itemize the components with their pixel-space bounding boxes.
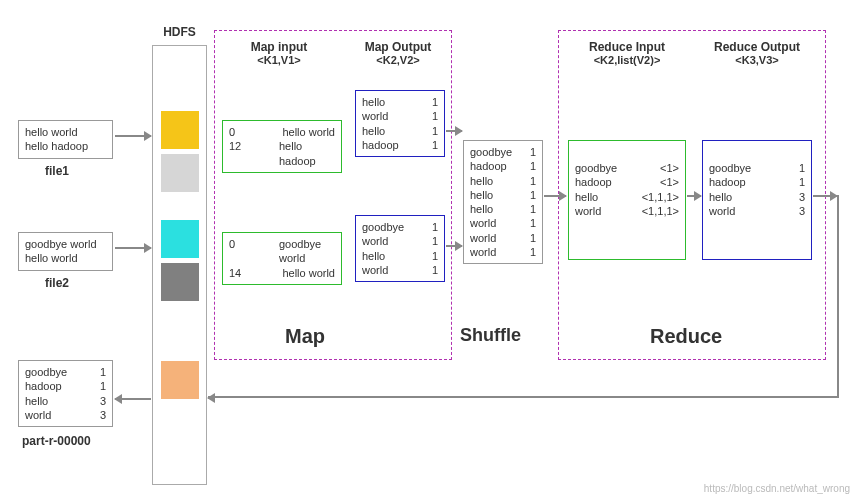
map-input-title: Map input: [225, 40, 333, 54]
shuffle-row: world1: [470, 216, 536, 230]
map-out-row: world1: [362, 234, 438, 248]
reduce-output-sub: <K3,V3>: [702, 54, 812, 66]
map-input-header: Map input <K1,V1>: [225, 40, 333, 66]
map-output-title: Map Output: [353, 40, 443, 54]
shuffle-row: world1: [470, 245, 536, 259]
arrow-icon: [115, 135, 151, 137]
output-row: world3: [25, 408, 106, 422]
map-in-row: 12hello hadoop: [229, 139, 335, 168]
reduce-output-title: Reduce Output: [702, 40, 812, 54]
map-output-1: hello1 world1 hello1 hadoop1: [355, 90, 445, 157]
map-out-row: hello1: [362, 124, 438, 138]
arrow-icon: [115, 398, 151, 400]
reduce-input-box: goodbye<1> hadoop<1> hello<1,1,1> world<…: [568, 140, 686, 260]
map-container: [214, 30, 452, 360]
reduce-out-row: goodbye1: [709, 161, 805, 175]
reduce-input-header: Reduce Input <K2,list(V2)>: [572, 40, 682, 66]
watermark: https://blog.csdn.net/what_wrong: [704, 483, 850, 494]
file1-box: hello world hello hadoop: [18, 120, 113, 159]
arrow-icon: [544, 195, 566, 197]
map-output-sub: <K2,V2>: [353, 54, 443, 66]
hdfs-block-2: [161, 154, 199, 192]
map-output-header: Map Output <K2,V2>: [353, 40, 443, 66]
reduce-out-row: hadoop1: [709, 175, 805, 189]
shuffle-row: world1: [470, 231, 536, 245]
output-row: goodbye1: [25, 365, 106, 379]
file1-label: file1: [45, 164, 69, 178]
map-out-row: hadoop1: [362, 138, 438, 152]
shuffle-row: hello1: [470, 188, 536, 202]
map-stage-label: Map: [285, 325, 325, 348]
output-row: hello3: [25, 394, 106, 408]
reduce-in-row: goodbye<1>: [575, 161, 679, 175]
map-input-sub: <K1,V1>: [225, 54, 333, 66]
arrow-icon: [115, 247, 151, 249]
map-input-2: 0goodbye world 14hello world: [222, 232, 342, 285]
file2-line: goodbye world: [25, 237, 106, 251]
arrow-icon: [813, 195, 837, 197]
file1-line: hello hadoop: [25, 139, 106, 153]
shuffle-row: hello1: [470, 202, 536, 216]
reduce-out-row: hello3: [709, 190, 805, 204]
hdfs-block-1: [161, 111, 199, 149]
output-label: part-r-00000: [22, 434, 91, 448]
file2-line: hello world: [25, 251, 106, 265]
hdfs-title: HDFS: [152, 25, 207, 39]
shuffle-box: goodbye1 hadoop1 hello1 hello1 hello1 wo…: [463, 140, 543, 264]
map-out-row: goodbye1: [362, 220, 438, 234]
reduce-output-box: goodbye1 hadoop1 hello3 world3: [702, 140, 812, 260]
hdfs-block-3: [161, 220, 199, 258]
arrow-icon: [687, 195, 701, 197]
reduce-output-header: Reduce Output <K3,V3>: [702, 40, 812, 66]
arrow-icon: [446, 245, 462, 247]
hdfs-block-5: [161, 361, 199, 399]
hdfs-block-4: [161, 263, 199, 301]
arrow-icon: [446, 130, 462, 132]
reduce-stage-label: Reduce: [650, 325, 722, 348]
hdfs-column: [152, 45, 207, 485]
map-out-row: hello1: [362, 249, 438, 263]
shuffle-row: hello1: [470, 174, 536, 188]
output-row: hadoop1: [25, 379, 106, 393]
file2-label: file2: [45, 276, 69, 290]
shuffle-stage-label: Shuffle: [460, 325, 521, 346]
shuffle-row: goodbye1: [470, 145, 536, 159]
reduce-in-row: hello<1,1,1>: [575, 190, 679, 204]
file2-box: goodbye world hello world: [18, 232, 113, 271]
map-input-1: 0hello world 12hello hadoop: [222, 120, 342, 173]
map-out-row: world1: [362, 263, 438, 277]
shuffle-row: hadoop1: [470, 159, 536, 173]
reduce-input-title: Reduce Input: [572, 40, 682, 54]
file1-line: hello world: [25, 125, 106, 139]
output-box: goodbye1 hadoop1 hello3 world3: [18, 360, 113, 427]
feedback-line-v: [837, 195, 839, 398]
feedback-line-h: [208, 396, 839, 398]
reduce-in-row: hadoop<1>: [575, 175, 679, 189]
map-out-row: hello1: [362, 95, 438, 109]
arrow-icon: [208, 397, 209, 399]
map-out-row: world1: [362, 109, 438, 123]
map-in-row: 0goodbye world: [229, 237, 335, 266]
reduce-out-row: world3: [709, 204, 805, 218]
reduce-in-row: world<1,1,1>: [575, 204, 679, 218]
map-in-row: 14hello world: [229, 266, 335, 280]
reduce-input-sub: <K2,list(V2)>: [572, 54, 682, 66]
map-in-row: 0hello world: [229, 125, 335, 139]
map-output-2: goodbye1 world1 hello1 world1: [355, 215, 445, 282]
